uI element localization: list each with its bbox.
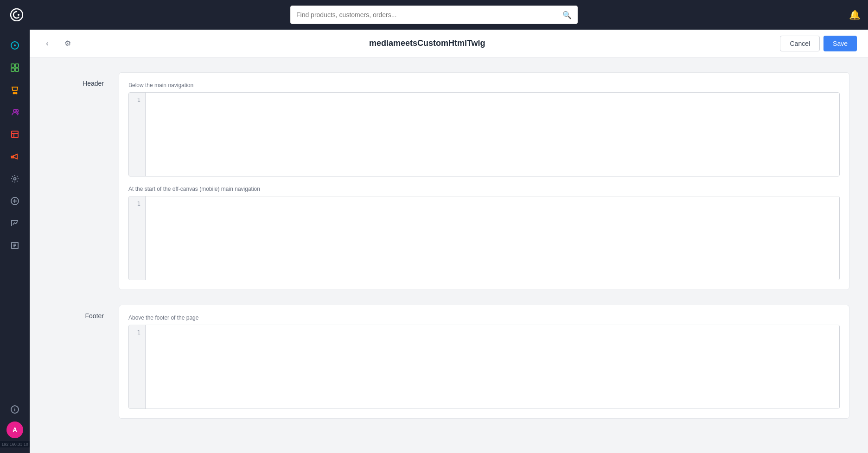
sidebar-item-products[interactable]	[5, 57, 25, 78]
svg-point-26	[15, 408, 15, 409]
sidebar-item-orders[interactable]	[5, 80, 25, 100]
page-content: Header Below the main navigation 1 At th…	[30, 57, 868, 453]
svg-point-16	[14, 178, 16, 180]
notification-icon[interactable]: 🔔	[849, 9, 861, 20]
topbar-right: 🔔	[849, 9, 861, 20]
sidebar-item-cms[interactable]	[5, 124, 25, 145]
sub-header: ‹ ⚙ mediameetsCustomHtmlTwig Cancel Save	[30, 30, 868, 57]
svg-point-3	[14, 44, 16, 46]
avatar[interactable]: A	[6, 422, 23, 438]
cancel-button[interactable]: Cancel	[780, 36, 820, 51]
header-actions: Cancel Save	[780, 36, 857, 51]
below-nav-input[interactable]	[146, 93, 839, 176]
ip-address: 192.168.33.10	[0, 441, 30, 447]
header-section-label: Header	[48, 72, 104, 290]
offcanvas-nav-editor: 1	[128, 196, 840, 280]
search-bar[interactable]: 🔍	[290, 6, 578, 24]
svg-rect-5	[15, 64, 19, 67]
sidebar-item-reports[interactable]	[5, 235, 25, 256]
sidebar-item-dashboard[interactable]	[5, 35, 25, 56]
sidebar-item-sales[interactable]	[5, 213, 25, 233]
offcanvas-nav-line-numbers: 1	[129, 196, 146, 280]
sidebar-item-info[interactable]	[5, 399, 25, 420]
header-section: Header Below the main navigation 1 At th…	[48, 72, 849, 290]
svg-rect-6	[11, 68, 14, 71]
sidebar-item-add[interactable]	[5, 191, 25, 211]
svg-rect-7	[15, 68, 19, 71]
settings-button[interactable]: ⚙	[61, 37, 74, 50]
sidebar-item-marketing[interactable]	[5, 146, 25, 167]
footer-section-label: Footer	[48, 305, 104, 419]
offcanvas-nav-label: At the start of the off-canvas (mobile) …	[128, 186, 840, 192]
svg-point-9	[16, 93, 17, 94]
above-footer-line-numbers: 1	[129, 325, 146, 409]
save-button[interactable]: Save	[823, 36, 857, 51]
below-nav-label: Below the main navigation	[128, 82, 840, 88]
above-footer-input[interactable]	[146, 325, 839, 409]
back-button[interactable]: ‹	[41, 37, 54, 50]
below-nav-line-numbers: 1	[129, 93, 146, 176]
footer-section-body: Above the footer of the page 1	[119, 305, 849, 419]
content-area: ‹ ⚙ mediameetsCustomHtmlTwig Cancel Save…	[30, 30, 868, 453]
above-footer-editor: 1	[128, 325, 840, 409]
sidebar-item-customers[interactable]	[5, 102, 25, 122]
main-layout: A 192.168.33.10 ‹ ⚙ mediameetsCustomHtml…	[0, 30, 868, 453]
logo[interactable]	[7, 6, 26, 24]
sidebar-item-settings[interactable]	[5, 169, 25, 189]
svg-rect-4	[11, 64, 14, 67]
offcanvas-nav-input[interactable]	[146, 196, 839, 280]
svg-point-11	[16, 110, 19, 112]
sidebar: A 192.168.33.10	[0, 30, 30, 453]
above-footer-label: Above the footer of the page	[128, 315, 840, 321]
below-nav-editor: 1	[128, 92, 840, 176]
topbar: 🔍 🔔	[0, 0, 868, 30]
header-section-body: Below the main navigation 1 At the start…	[119, 72, 849, 290]
svg-point-8	[13, 93, 15, 94]
search-icon: 🔍	[562, 11, 572, 19]
svg-point-0	[11, 9, 23, 21]
svg-rect-12	[12, 131, 18, 138]
svg-point-1	[18, 14, 19, 16]
footer-section: Footer Above the footer of the page 1	[48, 305, 849, 419]
search-input[interactable]	[296, 11, 562, 19]
page-title: mediameetsCustomHtmlTwig	[82, 38, 772, 48]
